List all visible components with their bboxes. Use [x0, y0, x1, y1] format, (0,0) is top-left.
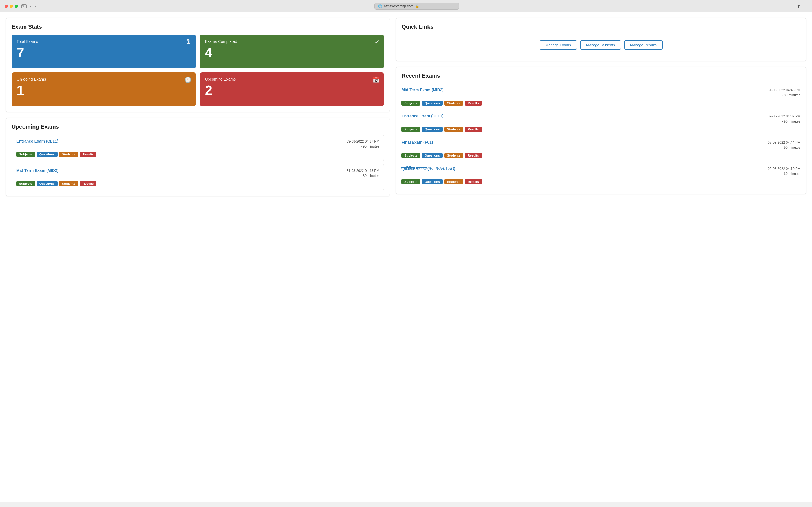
total-exams-tile[interactable]: Total Exams 7 🗓 — [11, 35, 196, 68]
sidebar-toggle-button[interactable]: ⊞ — [21, 4, 27, 8]
tag-subjects[interactable]: Subjects — [16, 181, 35, 186]
recent-exams-title: Recent Exams — [402, 73, 801, 79]
recent-exam-duration: - 90 minutes — [768, 145, 801, 150]
share-icon[interactable]: ⬆ — [797, 4, 801, 9]
tag-students[interactable]: Students — [444, 179, 463, 184]
minimize-button[interactable] — [10, 4, 13, 8]
tag-results[interactable]: Results — [80, 152, 97, 157]
total-exams-value: 7 — [17, 45, 191, 60]
exams-completed-value: 4 — [205, 45, 379, 60]
browser-chrome: ⊞ ▾ ‹ 🌐 https://examnp.com 🔒 ⬆ + — [0, 0, 812, 12]
tag-results[interactable]: Results — [465, 101, 482, 106]
quick-link-button-2[interactable]: Manage Results — [624, 40, 663, 50]
tag-students[interactable]: Students — [444, 127, 463, 132]
tag-results[interactable]: Results — [465, 179, 482, 184]
total-exams-label: Total Exams — [17, 39, 191, 44]
quick-links-buttons: Manage ExamsManage StudentsManage Result… — [402, 35, 801, 55]
globe-icon: 🌐 — [378, 4, 382, 8]
exam-item-name[interactable]: Entrance Exam (CL11) — [16, 139, 58, 144]
exam-item-header: Mid Term Exam (MID2) 31-08-2022 04:43 PM… — [16, 168, 379, 178]
upcoming-exam-item: Entrance Exam (CL11) 09-08-2022 04:37 PM… — [11, 135, 384, 161]
tag-results[interactable]: Results — [80, 181, 97, 186]
tag-subjects[interactable]: Subjects — [402, 153, 420, 158]
lock-icon: 🔒 — [415, 4, 419, 8]
exams-completed-tile[interactable]: Exams Completed 4 ✔ — [200, 35, 384, 68]
page-content: Exam Stats Total Exams 7 🗓 Exams Complet… — [0, 12, 812, 502]
upcoming-exams-section-title: Upcoming Exams — [11, 124, 384, 130]
upcoming-exams-label: Upcoming Exams — [205, 77, 379, 81]
recent-exam-date: 05-08-2022 04:10 PM — [768, 166, 801, 171]
upcoming-exams-list: Entrance Exam (CL11) 09-08-2022 04:37 PM… — [11, 135, 384, 190]
recent-exam-name[interactable]: Final Exam (F01) — [402, 140, 433, 145]
recent-exam-item: Entrance Exam (CL11) 09-08-2022 04:37 PM… — [402, 110, 801, 136]
right-column: Quick Links Manage ExamsManage StudentsM… — [396, 18, 806, 497]
tag-results[interactable]: Results — [465, 153, 482, 158]
exam-stats-card: Exam Stats Total Exams 7 🗓 Exams Complet… — [6, 18, 390, 112]
calendar-icon: 📅 — [372, 76, 379, 83]
quick-link-button-0[interactable]: Manage Exams — [540, 40, 577, 50]
upcoming-exams-value: 2 — [205, 83, 379, 98]
recent-exam-name[interactable]: Entrance Exam (CL11) — [402, 114, 444, 118]
exam-tags: SubjectsQuestionsStudentsResults — [16, 152, 379, 157]
back-button[interactable]: ‹ — [35, 4, 36, 8]
exam-date: 09-08-2022 04:37 PM — [347, 139, 379, 144]
recent-exam-name[interactable]: Mid Term Exam (MID2) — [402, 88, 444, 92]
exam-date: 31-08-2022 04:43 PM — [347, 168, 379, 173]
recent-exam-meta: 07-08-2022 04:44 PM - 90 minutes — [768, 140, 801, 150]
url-input[interactable]: 🌐 https://examnp.com 🔒 — [374, 3, 459, 10]
tag-students[interactable]: Students — [444, 101, 463, 106]
recent-exam-date: 09-08-2022 04:37 PM — [768, 114, 801, 119]
exam-tags: SubjectsQuestionsStudentsResults — [16, 181, 379, 186]
recent-exam-name[interactable]: प्राविधिक सहायक (१०।२०७८।०७९) — [402, 166, 455, 171]
ongoing-exams-label: On-going Exams — [17, 77, 191, 81]
tag-questions[interactable]: Questions — [37, 152, 57, 157]
recent-exam-date: 07-08-2022 04:44 PM — [768, 140, 801, 145]
tag-subjects[interactable]: Subjects — [402, 101, 420, 106]
ongoing-exams-tile[interactable]: On-going Exams 1 🕐 — [11, 72, 196, 106]
ongoing-exams-value: 1 — [17, 83, 191, 98]
recent-exam-date: 31-08-2022 04:43 PM — [768, 88, 801, 93]
tag-results[interactable]: Results — [465, 127, 482, 132]
checkmark-icon: ✔ — [375, 39, 379, 45]
new-tab-icon[interactable]: + — [804, 3, 808, 9]
recent-exam-header: Final Exam (F01) 07-08-2022 04:44 PM - 9… — [402, 140, 801, 150]
maximize-button[interactable] — [15, 4, 18, 8]
recent-exams-card: Recent Exams Mid Term Exam (MID2) 31-08-… — [396, 67, 806, 194]
recent-exams-list: Mid Term Exam (MID2) 31-08-2022 04:43 PM… — [402, 83, 801, 188]
tag-students[interactable]: Students — [59, 152, 78, 157]
address-bar: 🌐 https://examnp.com 🔒 — [40, 3, 794, 10]
recent-exam-item: Final Exam (F01) 07-08-2022 04:44 PM - 9… — [402, 136, 801, 162]
upcoming-exams-card: Upcoming Exams Entrance Exam (CL11) 09-0… — [6, 118, 390, 196]
calculator-icon: 🗓 — [186, 39, 192, 45]
recent-exam-meta: 09-08-2022 04:37 PM - 90 minutes — [768, 114, 801, 124]
stats-grid: Total Exams 7 🗓 Exams Completed 4 ✔ On-g… — [11, 35, 384, 106]
exam-duration: - 90 minutes — [347, 144, 379, 149]
exam-item-meta: 31-08-2022 04:43 PM - 80 minutes — [347, 168, 379, 178]
quick-link-button-1[interactable]: Manage Students — [580, 40, 621, 50]
tag-questions[interactable]: Questions — [422, 101, 443, 106]
tag-questions[interactable]: Questions — [422, 127, 443, 132]
close-button[interactable] — [4, 4, 8, 8]
exam-item-name[interactable]: Mid Term Exam (MID2) — [16, 168, 58, 173]
tag-questions[interactable]: Questions — [422, 153, 443, 158]
recent-exam-duration: - 90 minutes — [768, 119, 801, 124]
recent-exam-meta: 05-08-2022 04:10 PM - 60 minutes — [768, 166, 801, 176]
tag-students[interactable]: Students — [59, 181, 78, 186]
traffic-lights — [4, 4, 18, 8]
tag-questions[interactable]: Questions — [37, 181, 57, 186]
recent-exam-meta: 31-08-2022 04:43 PM - 80 minutes — [768, 88, 801, 98]
tag-students[interactable]: Students — [444, 153, 463, 158]
upcoming-exams-tile[interactable]: Upcoming Exams 2 📅 — [200, 72, 384, 106]
tag-subjects[interactable]: Subjects — [402, 179, 420, 184]
tag-subjects[interactable]: Subjects — [402, 127, 420, 132]
recent-exam-duration: - 80 minutes — [768, 93, 801, 98]
quick-links-title: Quick Links — [402, 24, 801, 30]
tag-subjects[interactable]: Subjects — [16, 152, 35, 157]
tag-questions[interactable]: Questions — [422, 179, 443, 184]
quick-links-card: Quick Links Manage ExamsManage StudentsM… — [396, 18, 806, 61]
recent-exam-tags: SubjectsQuestionsStudentsResults — [402, 153, 801, 158]
browser-actions: ⬆ + — [797, 3, 808, 9]
recent-exam-duration: - 60 minutes — [768, 171, 801, 176]
recent-exam-tags: SubjectsQuestionsStudentsResults — [402, 127, 801, 132]
recent-exam-tags: SubjectsQuestionsStudentsResults — [402, 101, 801, 106]
